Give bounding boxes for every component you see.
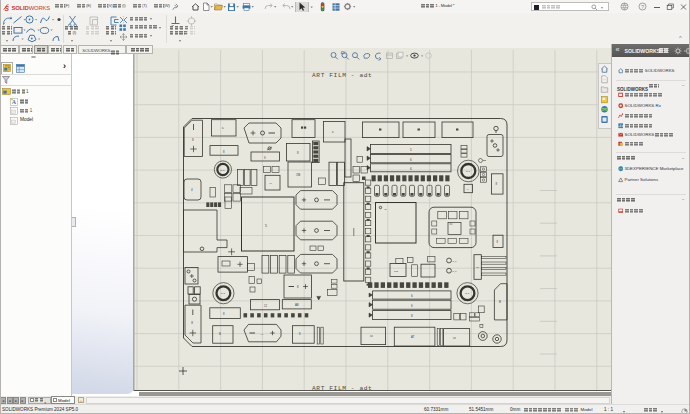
svg-text:ART FILM - adt: ART FILM - adt <box>312 385 372 391</box>
svg-text:4F: 4F <box>269 182 272 185</box>
svg-text:S: S <box>5 4 10 11</box>
svg-text:OB: OB <box>296 173 300 177</box>
svg-text:B: B <box>219 332 221 336</box>
svg-text:AT: AT <box>411 335 415 339</box>
svg-text:SOLIDWORKS: SOLIDWORKS <box>11 5 50 11</box>
svg-text:B: B <box>499 300 501 304</box>
svg-text:?: ? <box>641 4 644 10</box>
svg-text:ART FILM - adt: ART FILM - adt <box>312 72 372 79</box>
svg-text:PD: PD <box>476 266 479 268</box>
svg-text:5: 5 <box>265 224 267 228</box>
svg-text:AF: AF <box>260 333 264 336</box>
svg-text:12: 12 <box>264 304 268 308</box>
svg-text:IMB: IMB <box>394 270 398 272</box>
svg-text:AB: AB <box>295 303 299 307</box>
svg-text:A: A <box>12 99 17 105</box>
